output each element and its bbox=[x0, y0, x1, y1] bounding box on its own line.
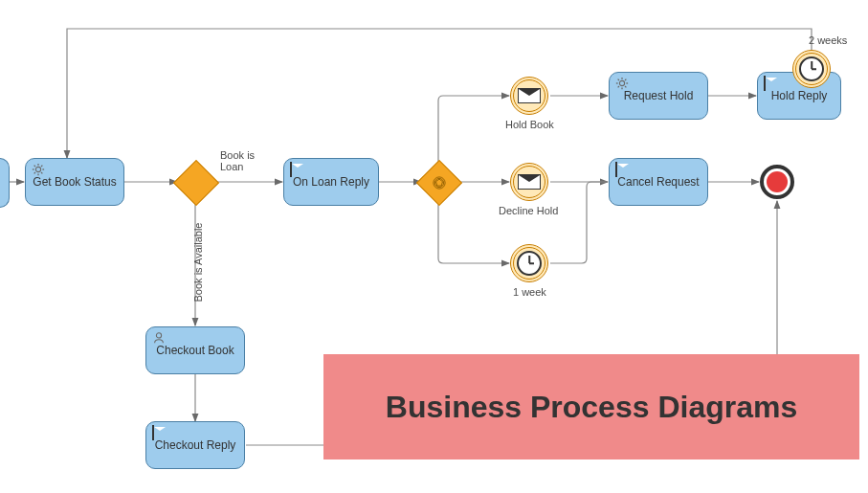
task-label: Request Hold bbox=[624, 89, 694, 102]
task-request-hold[interactable]: Request Hold bbox=[609, 72, 708, 120]
task-label: On Loan Reply bbox=[293, 175, 369, 189]
svg-line-7 bbox=[34, 172, 35, 173]
pool-edge bbox=[0, 158, 10, 208]
edge-label-book-is-available: Book is Available bbox=[192, 223, 204, 303]
task-label: Checkout Book bbox=[156, 344, 234, 357]
svg-line-8 bbox=[41, 166, 42, 167]
envelope-icon bbox=[290, 163, 292, 176]
envelope-icon bbox=[152, 426, 154, 439]
edge-label-book-is-loan: Book is Loan bbox=[220, 149, 255, 172]
svg-point-21 bbox=[156, 333, 161, 338]
gear-icon bbox=[615, 77, 629, 93]
event-label-1week: 1 week bbox=[513, 286, 546, 298]
task-label: Hold Reply bbox=[771, 89, 828, 102]
task-label: Checkout Reply bbox=[155, 438, 236, 452]
svg-line-5 bbox=[34, 166, 35, 167]
task-get-book-status[interactable]: Get Book Status bbox=[25, 158, 124, 206]
svg-point-12 bbox=[619, 80, 624, 85]
svg-line-17 bbox=[618, 79, 619, 80]
envelope-icon bbox=[518, 174, 541, 190]
task-checkout-reply[interactable]: Checkout Reply bbox=[145, 421, 245, 469]
banner-text: Business Process Diagrams bbox=[386, 390, 797, 425]
event-hold-book[interactable] bbox=[510, 77, 548, 115]
event-decline-hold[interactable] bbox=[510, 163, 548, 201]
clock-icon bbox=[517, 251, 542, 276]
clock-icon bbox=[799, 56, 824, 81]
end-event[interactable] bbox=[760, 165, 794, 199]
task-label: Cancel Request bbox=[617, 175, 699, 189]
terminate-icon bbox=[767, 171, 788, 192]
task-checkout-book[interactable]: Checkout Book bbox=[145, 326, 245, 374]
event-label-decline-hold: Decline Hold bbox=[499, 205, 558, 216]
envelope-icon bbox=[615, 163, 617, 176]
gear-icon bbox=[32, 163, 45, 179]
task-label: Get Book Status bbox=[33, 175, 116, 189]
event-label-hold-book: Hold Book bbox=[505, 119, 554, 130]
bpmn-diagram: Get Book Status Book is Loan Book is Ava… bbox=[0, 0, 868, 493]
svg-line-20 bbox=[625, 79, 626, 80]
event-timer-1week[interactable] bbox=[510, 244, 548, 282]
svg-line-18 bbox=[625, 86, 626, 87]
event-gateway[interactable] bbox=[416, 160, 462, 206]
svg-line-6 bbox=[41, 172, 42, 173]
boundary-timer-2weeks[interactable] bbox=[792, 50, 831, 88]
user-icon bbox=[152, 331, 166, 347]
title-banner: Business Process Diagrams bbox=[323, 354, 859, 459]
svg-point-0 bbox=[35, 167, 40, 171]
pentagon-icon bbox=[433, 176, 446, 190]
svg-marker-11 bbox=[436, 179, 443, 186]
svg-line-19 bbox=[618, 86, 619, 87]
exclusive-gateway[interactable] bbox=[173, 160, 219, 206]
task-on-loan-reply[interactable]: On Loan Reply bbox=[283, 158, 379, 206]
event-label-2weeks: 2 weeks bbox=[809, 34, 847, 46]
envelope-icon bbox=[764, 77, 766, 90]
envelope-icon bbox=[518, 88, 541, 103]
task-cancel-request[interactable]: Cancel Request bbox=[609, 158, 708, 206]
